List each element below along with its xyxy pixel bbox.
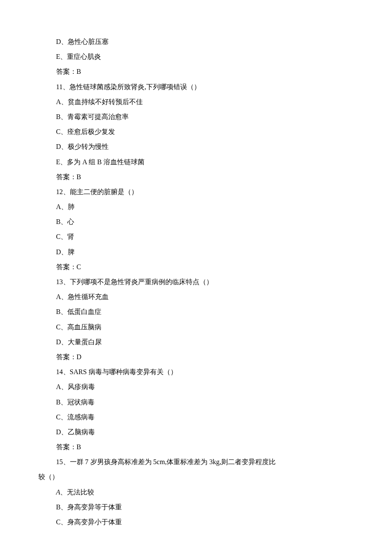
text-line: E、多为 A 组 B 溶血性链球菌 <box>38 154 354 169</box>
text-line: A、无法比较 <box>38 485 354 500</box>
text-line: 答案：B <box>38 64 354 79</box>
option-prefix: A <box>56 488 61 496</box>
text-line: 15、一群 7 岁男孩身高标准差为 5cm,体重标准差为 3kg,则二者变异程度… <box>38 454 354 469</box>
text-line: B、青霉素可提高治愈率 <box>38 109 354 124</box>
text-line: 13、下列哪项不是急性肾炎严重病例的临床特点（） <box>38 274 354 289</box>
text-line: 11、急性链球菌感染所致肾炎,下列哪项错误（） <box>38 79 354 94</box>
text-line: 14、SARS 病毒与哪种病毒变异有关（） <box>38 364 354 379</box>
text-line: 答案：C <box>38 259 354 274</box>
text-line: C、肾 <box>38 229 354 244</box>
text-line: A、贫血持续不好转预后不佳 <box>38 94 354 109</box>
text-line: B、身高变异等于体重 <box>38 500 354 514</box>
text-line: 较（） <box>38 469 354 484</box>
text-line: E、重症心肌炎 <box>38 49 354 64</box>
option-rest: 、无法比较 <box>60 488 94 496</box>
text-line: 答案：B <box>38 439 354 454</box>
text-line: B、冠状病毒 <box>38 395 354 410</box>
text-line: D、急性心脏压塞 <box>38 34 354 49</box>
text-line: D、极少转为慢性 <box>38 139 354 154</box>
text-line: B、低蛋白血症 <box>38 304 354 319</box>
text-line: C、身高变异小于体重 <box>38 514 354 529</box>
text-line: 答案：B <box>38 169 354 184</box>
text-line: 答案：D <box>38 349 354 364</box>
text-line: D、乙脑病毒 <box>38 424 354 439</box>
text-line: A、风疹病毒 <box>38 379 354 394</box>
text-line: C、流感病毒 <box>38 410 354 424</box>
document-page: D、急性心脏压塞E、重症心肌炎答案：B11、急性链球菌感染所致肾炎,下列哪项错误… <box>0 0 392 555</box>
text-line: 12、能主二便的脏腑是（） <box>38 184 354 199</box>
text-line: B、心 <box>38 214 354 229</box>
text-line: A、肺 <box>38 199 354 214</box>
text-line: A、急性循环充血 <box>38 289 354 304</box>
text-line: D、大量蛋白尿 <box>38 334 354 349</box>
text-line: D、脾 <box>38 244 354 259</box>
text-line: C、痊愈后极少复发 <box>38 124 354 139</box>
text-line: C、高血压脑病 <box>38 320 354 334</box>
